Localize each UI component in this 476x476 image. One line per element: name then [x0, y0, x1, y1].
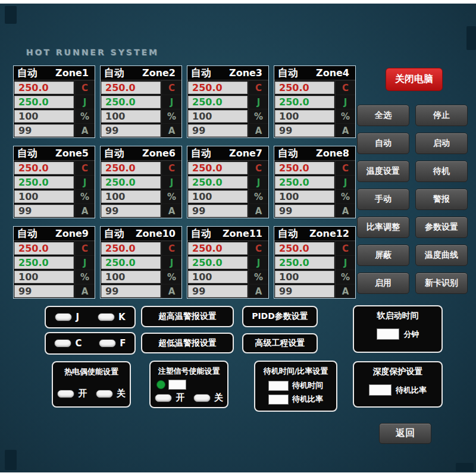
- actual-temp-value[interactable]: 250.0: [14, 162, 74, 174]
- current-value[interactable]: 99: [14, 205, 74, 217]
- set-temp-value[interactable]: 250.0: [101, 96, 161, 108]
- tc-type-k-option[interactable]: K: [98, 312, 126, 322]
- tc-enable-off-option[interactable]: 关: [96, 388, 126, 399]
- current-value[interactable]: 99: [188, 205, 248, 217]
- auto-mode-button[interactable]: 自动: [357, 133, 409, 154]
- set-temp-value[interactable]: 250.0: [275, 176, 334, 189]
- low-temp-alarm-button[interactable]: 超低温警报设置: [141, 333, 234, 353]
- output-percent-value[interactable]: 100: [101, 271, 161, 283]
- injection-off-option[interactable]: 关: [193, 392, 223, 403]
- set-temp-value[interactable]: 250.0: [188, 176, 248, 189]
- select-all-button[interactable]: 全选: [357, 105, 409, 126]
- scale-f-option[interactable]: F: [99, 338, 126, 349]
- current-value[interactable]: 99: [101, 285, 161, 298]
- ratio-adjust-button[interactable]: 比率调整: [357, 217, 409, 238]
- set-temp-value[interactable]: 250.0: [188, 96, 248, 108]
- output-percent-value[interactable]: 100: [188, 271, 248, 283]
- current-value[interactable]: 99: [275, 124, 334, 137]
- shield-button[interactable]: 屏蔽: [357, 245, 409, 266]
- actual-temp-value[interactable]: 250.0: [101, 82, 161, 94]
- standby-button[interactable]: 待机: [415, 161, 468, 182]
- radio-pill-icon[interactable]: [98, 313, 115, 321]
- output-percent-value[interactable]: 100: [275, 190, 334, 203]
- high-temp-alarm-button[interactable]: 超高温警报设置: [141, 306, 234, 327]
- zone-panel[interactable]: 自动 Zone10 250.0 C 250.0 J 100 % 99: [100, 226, 182, 299]
- standby-time-input[interactable]: [268, 381, 289, 391]
- tc-type-j-option[interactable]: J: [55, 312, 79, 322]
- zone-panel[interactable]: 自动 Zone9 250.0 C 250.0 J 100 % 99 A: [13, 226, 95, 299]
- zone-panel[interactable]: 自动 Zone2 250.0 C 250.0 J 100 % 99 A: [100, 65, 182, 138]
- output-percent-value[interactable]: 100: [14, 190, 74, 203]
- set-temp-value[interactable]: 250.0: [14, 96, 74, 108]
- alarm-button[interactable]: 警报: [415, 189, 468, 210]
- new-card-detect-button[interactable]: 新卡识别: [415, 273, 468, 294]
- zone-panel[interactable]: 自动 Zone11 250.0 C 250.0 J 100 % 99: [187, 226, 269, 299]
- injection-signal-input[interactable]: [168, 380, 186, 390]
- output-percent-value[interactable]: 100: [275, 110, 334, 123]
- shutdown-pc-button[interactable]: 关闭电脑: [386, 68, 443, 91]
- zone-panel[interactable]: 自动 Zone12 250.0 C 250.0 J 100 % 99: [274, 226, 356, 299]
- zone-panel[interactable]: 自动 Zone5 250.0 C 250.0 J 100 % 99 A: [13, 146, 95, 218]
- set-temp-value[interactable]: 250.0: [14, 256, 74, 269]
- output-percent-value[interactable]: 100: [14, 110, 74, 123]
- zone-panel[interactable]: 自动 Zone1 250.0 C 250.0 J 100 % 99 A: [13, 65, 95, 138]
- soft-start-time-input[interactable]: [377, 328, 399, 340]
- radio-pill-icon[interactable]: [193, 394, 211, 402]
- radio-pill-icon[interactable]: [57, 390, 74, 398]
- advanced-setting-button[interactable]: 高级工程设置: [242, 333, 318, 353]
- current-value[interactable]: 99: [275, 205, 334, 217]
- current-value[interactable]: 99: [14, 124, 74, 137]
- manual-mode-button[interactable]: 手动: [357, 189, 409, 210]
- actual-temp-value[interactable]: 250.0: [275, 162, 334, 174]
- current-value[interactable]: 99: [101, 205, 161, 217]
- output-percent-value[interactable]: 100: [101, 110, 161, 123]
- set-temp-value[interactable]: 250.0: [14, 176, 74, 189]
- zone-panel[interactable]: 自动 Zone7 250.0 C 250.0 J 100 % 99 A: [187, 146, 269, 218]
- zone-panel[interactable]: 自动 Zone6 250.0 C 250.0 J 100 % 99 A: [100, 146, 182, 218]
- temp-setting-button[interactable]: 温度设置: [357, 161, 409, 182]
- actual-temp-value[interactable]: 250.0: [188, 82, 248, 94]
- radio-pill-icon[interactable]: [96, 390, 113, 398]
- current-value[interactable]: 99: [101, 124, 161, 137]
- standby-ratio-input[interactable]: [268, 394, 289, 405]
- radio-pill-icon[interactable]: [54, 339, 71, 347]
- actual-temp-value[interactable]: 250.0: [14, 242, 74, 255]
- actual-temp-value[interactable]: 250.0: [275, 82, 334, 94]
- output-percent-value[interactable]: 100: [188, 110, 248, 123]
- scale-c-option[interactable]: C: [54, 338, 82, 349]
- current-value[interactable]: 99: [14, 285, 74, 298]
- actual-temp-value[interactable]: 250.0: [101, 242, 161, 255]
- set-temp-value[interactable]: 250.0: [101, 176, 161, 189]
- temp-curve-button[interactable]: 温度曲线: [415, 245, 468, 266]
- zone-panel[interactable]: 自动 Zone8 250.0 C 250.0 J 100 % 99 A: [274, 146, 356, 218]
- actual-temp-value[interactable]: 250.0: [188, 162, 248, 174]
- radio-pill-icon[interactable]: [155, 394, 172, 402]
- current-value[interactable]: 99: [188, 124, 248, 137]
- radio-pill-icon[interactable]: [99, 339, 116, 347]
- stop-button[interactable]: 停止: [415, 105, 468, 126]
- enable-button[interactable]: 启用: [357, 273, 409, 294]
- output-percent-value[interactable]: 100: [101, 190, 161, 203]
- output-percent-value[interactable]: 100: [275, 271, 334, 283]
- actual-temp-value[interactable]: 250.0: [101, 162, 161, 174]
- set-temp-value[interactable]: 250.0: [188, 256, 248, 269]
- back-button[interactable]: 返回: [379, 423, 431, 444]
- pidd-param-button[interactable]: PIDD参数设置: [242, 306, 318, 327]
- zone-panel[interactable]: 自动 Zone4 250.0 C 250.0 J 100 % 99 A: [274, 65, 356, 138]
- set-temp-value[interactable]: 250.0: [101, 256, 161, 269]
- current-value[interactable]: 99: [188, 285, 248, 298]
- output-percent-value[interactable]: 100: [14, 271, 74, 283]
- output-percent-value[interactable]: 100: [188, 190, 248, 203]
- actual-temp-value[interactable]: 250.0: [14, 82, 74, 94]
- current-value[interactable]: 99: [275, 285, 334, 298]
- start-button[interactable]: 启动: [415, 133, 468, 154]
- radio-pill-icon[interactable]: [55, 313, 72, 321]
- injection-on-option[interactable]: 开: [155, 392, 184, 403]
- actual-temp-value[interactable]: 250.0: [275, 242, 334, 255]
- depth-ratio-input[interactable]: [369, 384, 392, 396]
- tc-enable-on-option[interactable]: 开: [57, 388, 87, 399]
- zone-panel[interactable]: 自动 Zone3 250.0 C 250.0 J 100 % 99 A: [187, 65, 269, 138]
- set-temp-value[interactable]: 250.0: [275, 256, 334, 269]
- actual-temp-value[interactable]: 250.0: [188, 242, 248, 255]
- set-temp-value[interactable]: 250.0: [275, 96, 334, 108]
